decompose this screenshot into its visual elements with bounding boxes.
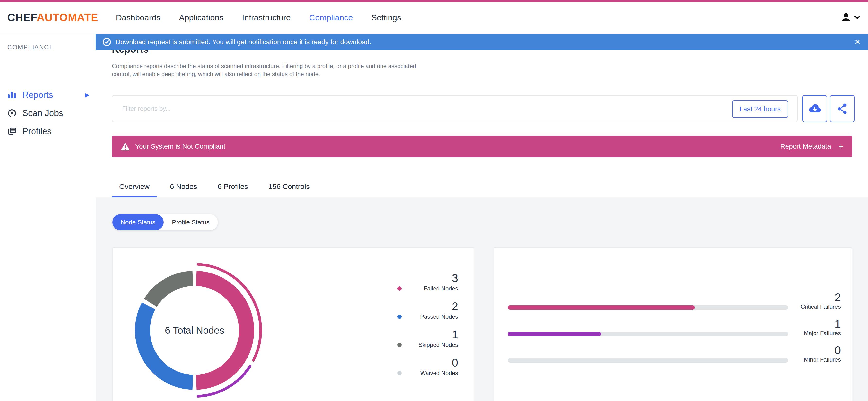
major-failures-count: 1 bbox=[804, 318, 841, 330]
sidebar-section-label: COMPLIANCE bbox=[7, 43, 54, 51]
notification-message: Download request is submitted. You will … bbox=[116, 38, 371, 46]
failed-nodes-count: 3 bbox=[397, 272, 458, 284]
overview-section: Node Status Profile Status 6 Total Nodes… bbox=[96, 197, 868, 401]
node-status-donut-card: 6 Total Nodes 3 Failed Nodes 2 Passe bbox=[112, 247, 474, 401]
legend-waived-nodes[interactable]: 0 Waived Nodes bbox=[397, 357, 458, 376]
failed-dot-icon bbox=[397, 287, 402, 291]
radar-icon bbox=[7, 108, 17, 118]
warning-triangle-icon bbox=[121, 142, 130, 151]
legend-label: Waived Nodes bbox=[421, 370, 458, 376]
legend-failed-nodes[interactable]: 3 Failed Nodes bbox=[397, 272, 458, 292]
tab-nodes[interactable]: 6 Nodes bbox=[163, 176, 205, 197]
profiles-doc-icon bbox=[7, 127, 17, 136]
sidebar-item-label: Scan Jobs bbox=[22, 108, 63, 118]
user-icon bbox=[840, 12, 851, 23]
check-circle-icon bbox=[102, 38, 111, 46]
page-description: Compliance reports describe the status o… bbox=[112, 62, 418, 78]
sidebar-item-profiles[interactable]: Profiles bbox=[0, 122, 95, 140]
chef-automate-app: CHEFAUTOMATE Dashboards Applications Inf… bbox=[0, 0, 868, 401]
major-bar-fill bbox=[508, 332, 601, 336]
alert-message: Your System is Not Compliant bbox=[135, 142, 225, 151]
report-metadata-toggle[interactable]: Report Metadata + bbox=[780, 141, 843, 152]
skipped-nodes-count: 1 bbox=[397, 328, 458, 340]
profile-status-pill[interactable]: Profile Status bbox=[164, 214, 218, 230]
bar-label: Major Failures bbox=[804, 330, 841, 336]
top-accent-stripe bbox=[0, 0, 868, 2]
bar-chart-icon bbox=[7, 91, 17, 99]
legend-passed-nodes[interactable]: 2 Passed Nodes bbox=[397, 300, 458, 320]
nav-applications[interactable]: Applications bbox=[179, 13, 223, 22]
compliance-sidebar: COMPLIANCE Reports ▶ Scan Jobs bbox=[0, 33, 95, 401]
critical-failures-row[interactable]: 2 Critical Failures bbox=[508, 292, 841, 318]
share-icon bbox=[837, 103, 847, 114]
nav-compliance[interactable]: Compliance bbox=[309, 13, 353, 22]
notification-banner: Download request is submitted. You will … bbox=[96, 34, 868, 50]
passed-dot-icon bbox=[397, 314, 402, 319]
legend-label: Failed Nodes bbox=[424, 285, 458, 292]
node-status-donut-chart[interactable] bbox=[122, 258, 268, 401]
arrow-right-icon: ▶ bbox=[85, 92, 90, 98]
bar-label: Critical Failures bbox=[801, 304, 841, 310]
critical-bar-fill bbox=[508, 305, 695, 310]
report-tabs: Overview 6 Nodes 6 Profiles 156 Controls bbox=[112, 176, 323, 197]
filter-reports-input[interactable]: Filter reports by... Last 24 hours bbox=[112, 95, 798, 122]
chevron-down-icon bbox=[855, 16, 860, 19]
legend-skipped-nodes[interactable]: 1 Skipped Nodes bbox=[397, 328, 458, 348]
legend-label: Skipped Nodes bbox=[418, 341, 458, 348]
chef-automate-logo[interactable]: CHEFAUTOMATE bbox=[7, 11, 98, 24]
minor-failures-count: 0 bbox=[804, 344, 841, 356]
minor-failures-row[interactable]: 0 Minor Failures bbox=[508, 344, 841, 371]
failure-severity-card: 2 Critical Failures 1 Major Failures 0 bbox=[494, 247, 852, 401]
sidebar-item-reports[interactable]: Reports ▶ bbox=[0, 86, 95, 104]
close-icon[interactable]: ✕ bbox=[853, 38, 862, 46]
sidebar-item-scan-jobs[interactable]: Scan Jobs bbox=[0, 104, 95, 122]
skipped-dot-icon bbox=[397, 343, 402, 347]
cloud-download-icon bbox=[808, 103, 822, 114]
logo-automate-text: AUTOMATE bbox=[37, 11, 98, 23]
bar-track bbox=[508, 358, 788, 363]
legend-label: Passed Nodes bbox=[420, 313, 458, 320]
reports-main: Reports Compliance reports describe the … bbox=[96, 33, 868, 401]
filter-placeholder: Filter reports by... bbox=[122, 105, 171, 112]
waived-nodes-count: 0 bbox=[397, 357, 458, 369]
tab-profiles[interactable]: 6 Profiles bbox=[210, 176, 255, 197]
nav-infrastructure[interactable]: Infrastructure bbox=[242, 13, 290, 22]
tab-overview[interactable]: Overview bbox=[112, 176, 157, 197]
download-report-button[interactable] bbox=[802, 95, 827, 122]
status-toggle: Node Status Profile Status bbox=[112, 214, 218, 230]
passed-nodes-count: 2 bbox=[397, 300, 458, 312]
nav-dashboards[interactable]: Dashboards bbox=[116, 13, 160, 22]
time-range-button[interactable]: Last 24 hours bbox=[732, 100, 788, 118]
user-menu[interactable] bbox=[840, 12, 860, 23]
bar-track bbox=[508, 305, 788, 310]
primary-nav: Dashboards Applications Infrastructure C… bbox=[116, 13, 401, 22]
critical-failures-count: 2 bbox=[801, 292, 841, 303]
major-failures-row[interactable]: 1 Major Failures bbox=[508, 318, 841, 345]
waived-dot-icon bbox=[397, 371, 402, 375]
bar-label: Minor Failures bbox=[804, 357, 841, 363]
logo-chef-text: CHEF bbox=[7, 11, 37, 23]
bar-track bbox=[508, 332, 788, 336]
node-status-pill[interactable]: Node Status bbox=[112, 214, 164, 230]
tab-controls[interactable]: 156 Controls bbox=[261, 176, 317, 197]
plus-icon: + bbox=[838, 141, 843, 152]
share-report-button[interactable] bbox=[830, 95, 855, 122]
sidebar-item-label: Profiles bbox=[22, 126, 52, 136]
donut-legend: 3 Failed Nodes 2 Passed Nodes bbox=[397, 272, 458, 385]
not-compliant-banner: Your System is Not Compliant Report Meta… bbox=[112, 136, 852, 157]
nav-settings[interactable]: Settings bbox=[371, 13, 401, 22]
report-metadata-label: Report Metadata bbox=[780, 142, 831, 151]
top-navbar: CHEFAUTOMATE Dashboards Applications Inf… bbox=[0, 2, 868, 33]
sidebar-item-label: Reports bbox=[22, 90, 53, 100]
